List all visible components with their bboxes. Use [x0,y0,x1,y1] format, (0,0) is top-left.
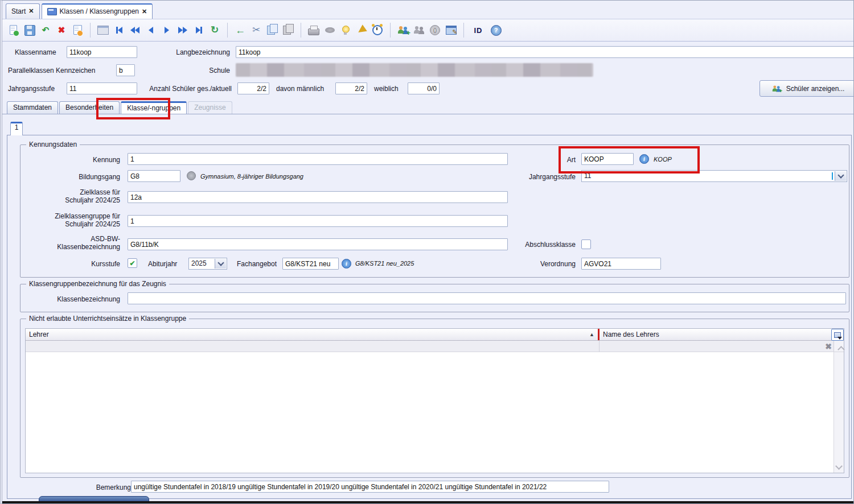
fachangebot-input[interactable] [282,258,339,270]
new-record-icon[interactable] [7,23,20,37]
paste-icon[interactable] [281,23,295,37]
print-icon[interactable] [307,23,321,37]
cut-icon[interactable]: ✂ [249,23,263,37]
bildungsgang-info-icon[interactable] [187,171,196,180]
data-window-icon[interactable] [96,23,110,37]
edit-form-icon[interactable]: ✎ [444,23,458,37]
record-view-icon[interactable] [323,23,336,37]
zielklassengruppe-input[interactable] [128,215,508,227]
klassenname-input[interactable] [67,46,137,58]
bildungsgang-input[interactable] [128,170,180,182]
students-icon [771,84,782,92]
form-window-icon[interactable] [71,23,84,37]
column-settings-button[interactable] [831,329,844,341]
delete-icon[interactable]: ✖ [55,23,68,37]
chevron-down-icon[interactable] [215,259,226,268]
art-label: Art [544,156,576,164]
refresh-icon[interactable]: ↻ [208,23,221,37]
id-button[interactable]: ID [470,23,487,37]
reminder-clock-icon[interactable] [371,23,384,37]
navigate-back-icon[interactable]: ← [233,23,247,37]
nav-fast-back-icon[interactable] [128,23,142,37]
tab-start[interactable]: Start ✕ [6,3,40,19]
subtab-1[interactable]: 1 [10,122,23,135]
kennungsdaten-legend: Kennungsdaten [26,141,80,148]
tab-zeugnisse: Zeugnisse [188,101,232,114]
undo-icon[interactable]: ↶ [39,23,52,37]
abiturjahr-label: Abiturjahr [148,260,177,268]
column-header-name[interactable]: Name des Lehrers [600,329,831,340]
asd-bw-input[interactable] [128,238,508,250]
nav-fast-forward-icon[interactable] [176,23,190,37]
bemerkung-input[interactable] [131,481,609,493]
fachangebot-info-icon[interactable]: i [342,259,351,268]
tab-start-close-icon[interactable]: ✕ [28,7,34,15]
help-icon[interactable]: ? [489,23,503,37]
chevron-down-icon[interactable] [835,171,846,181]
maennlich-input[interactable] [335,82,367,94]
langbezeichnung-input[interactable] [236,46,854,58]
main-toolbar: ↶ ✖ ↻ ← ✂ () ✎ ID ? [2,19,853,42]
asd-bw-label-line2: Klassenbezeichnung [57,243,120,251]
filter-cell-name[interactable]: ✖ [600,341,834,352]
unterrichtseinsaetze-group: Nicht erlaubte Unterrichtseinsätze in Kl… [20,319,849,478]
nav-first-icon[interactable] [112,23,126,37]
tab-besonderheiten[interactable]: Besonderheiten [59,101,120,114]
asd-bw-label-line1: ASD-BW- [91,235,120,243]
main-panel: Kennungsdaten Kennung Art i KOOP Bildung… [7,135,852,499]
toolbar-separator [227,23,228,38]
anzahl-schueler-input[interactable] [237,82,269,94]
hint-bulb-icon[interactable] [339,23,352,37]
tab-klasse-ngruppen[interactable]: Klasse/-ngruppen [121,101,187,114]
announce-horn-icon[interactable] [355,23,368,37]
students-icon[interactable] [412,23,426,37]
zielklasse-input[interactable] [128,191,508,203]
page-tabs: Stammdaten Besonderheiten Klasse/-ngrupp… [7,101,232,114]
abiturjahr-dropdown[interactable]: 2025 [188,258,227,270]
weiblich-label: weiblich [374,85,399,93]
clear-filter-icon[interactable]: ✖ [825,341,832,352]
tab-klassen-label: Klassen / Klassengruppen [60,7,139,15]
unterrichtseinsaetze-legend: Nicht erlaubte Unterrichtseinsätze in Kl… [26,315,189,323]
abschlussklasse-checkbox[interactable] [581,239,591,249]
toolbar-separator [390,23,391,38]
verordnung-input[interactable] [581,258,661,270]
tab-klassen-close-icon[interactable]: ✕ [142,8,147,15]
table-filter-row: ✖ [26,341,844,352]
kursstufe-checkbox[interactable]: ✔ [128,258,137,268]
parallelklassen-label: Parallelklassen Kennzeichen [8,67,95,75]
toolbar-separator [301,23,301,38]
add-student-icon[interactable] [396,23,410,37]
toolbar-separator [90,23,91,38]
tab-start-label: Start [11,7,26,15]
nav-forward-icon[interactable] [160,23,174,37]
tab-stammdaten[interactable]: Stammdaten [7,101,58,114]
tab-klassen-klassengruppen[interactable]: Klassen / Klassengruppen ✕ [42,3,153,19]
schueler-anzeigen-button[interactable]: Schüler anzeigen... [759,80,854,97]
nav-last-icon[interactable] [192,23,206,37]
vertical-scrollbar[interactable] [834,352,844,473]
asd-bw-label: ASD-BW- Klassenbezeichnung [49,235,120,251]
kennung-input[interactable] [128,153,508,165]
weiblich-input[interactable] [408,82,440,94]
schule-label: Schule [196,67,230,75]
scroll-down-icon[interactable] [835,462,843,470]
jahrgangsstufe-input[interactable] [67,82,137,94]
window-icon [47,8,57,15]
art-info-icon[interactable]: i [639,154,649,164]
table-body-empty[interactable] [26,352,844,473]
ratio-icon[interactable]: () [428,23,442,37]
klassenbezeichnung-input[interactable] [128,292,846,304]
column-header-lehrer[interactable]: Lehrer ▲ [26,329,598,340]
save-icon[interactable] [23,23,36,37]
sort-ascending-icon: ▲ [589,332,594,337]
name-column-label: Name des Lehrers [603,331,659,338]
art-input[interactable] [581,153,634,165]
nav-back-icon[interactable] [144,23,158,37]
window-tabbar: Start ✕ Klassen / Klassengruppen ✕ [6,3,153,19]
parallelklassen-input[interactable] [116,64,135,76]
verordnung-label: Verordnung [533,260,576,268]
copy-icon[interactable] [265,23,279,37]
jahrgangsstufe-dropdown[interactable]: 11 [581,170,847,182]
filter-cell-lehrer[interactable] [26,341,600,352]
